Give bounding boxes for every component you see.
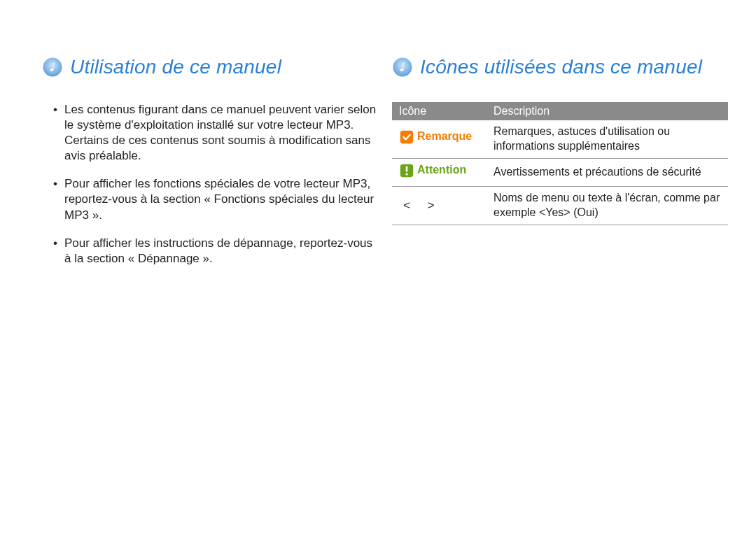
right-column: Icônes utilisées dans ce manuel Icône De… [392, 56, 728, 279]
th-desc: Description [486, 102, 728, 120]
angle-brackets-icon: < > [399, 199, 442, 212]
left-heading: Utilisation de ce manuel [70, 56, 281, 78]
bullet-item: Pour afficher les fonctions spéciales de… [56, 176, 378, 222]
music-note-icon [42, 57, 63, 78]
cell-desc: Noms de menu ou texte à l'écran, comme p… [486, 187, 728, 225]
left-column: Utilisation de ce manuel Les contenus fi… [42, 56, 378, 279]
exclamation-box-icon [399, 163, 414, 178]
table-row: Attention Avertissements et précautions … [392, 158, 728, 187]
remarque-badge: Remarque [399, 129, 472, 145]
cell-icon: Remarque [392, 120, 486, 158]
svg-point-1 [393, 58, 412, 77]
bullet-list: Les contenus figurant dans ce manuel peu… [42, 102, 378, 266]
badge-label: Attention [417, 163, 466, 178]
page: Utilisation de ce manuel Les contenus fi… [0, 0, 756, 307]
th-icon: Icône [392, 102, 486, 120]
cell-icon: Attention [392, 158, 486, 187]
right-heading: Icônes utilisées dans ce manuel [420, 56, 702, 78]
svg-point-0 [43, 58, 62, 77]
bullet-item: Pour afficher les instructions de dépann… [56, 236, 378, 266]
table-row: < > Noms de menu ou texte à l'écran, com… [392, 187, 728, 225]
table-row: Remarque Remarques, astuces d'utilisatio… [392, 120, 728, 158]
heading-row-left: Utilisation de ce manuel [42, 56, 378, 78]
heading-row-right: Icônes utilisées dans ce manuel [392, 56, 728, 78]
attention-badge: Attention [399, 163, 466, 178]
table-header-row: Icône Description [392, 102, 728, 120]
svg-rect-4 [406, 166, 408, 171]
cell-desc: Avertissements et précautions de sécurit… [486, 158, 728, 187]
bullet-item: Les contenus figurant dans ce manuel peu… [56, 102, 378, 164]
badge-label: Remarque [417, 129, 472, 144]
icon-table: Icône Description Remarque Remarques, a [392, 102, 728, 225]
cell-icon: < > [392, 187, 486, 225]
music-note-icon [392, 57, 413, 78]
cell-desc: Remarques, astuces d'utilisation ou info… [486, 120, 728, 158]
svg-point-5 [405, 173, 407, 175]
checkmark-box-icon [399, 129, 414, 145]
